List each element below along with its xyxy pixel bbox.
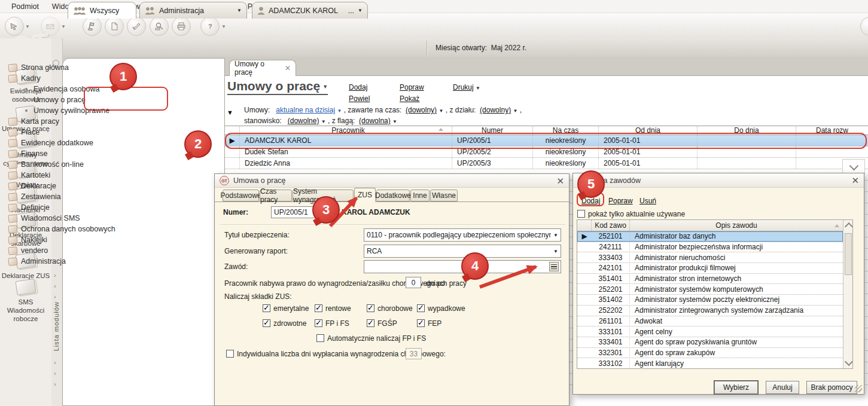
tab-employee-ellipsis[interactable]: ... [348, 7, 354, 15]
tree-item-definicje[interactable]: Definicje [5, 202, 50, 213]
profession-row[interactable]: 333101 Agent celny [577, 326, 843, 337]
module-sms-robocze[interactable]: SMS Wiadomości robocze [0, 280, 51, 323]
tree-item-karta-pracy[interactable]: Karta pracy [5, 116, 59, 127]
profession-row[interactable]: 333401 Agent do spraw pozyskiwania grunt… [577, 337, 843, 348]
menu-podmiot[interactable]: Podmiot [5, 2, 45, 11]
checkbox-auto-fp-fs[interactable] [316, 334, 324, 342]
insurance-select[interactable]: 0110 - pracownik podlegający ubezpieczen… [364, 228, 561, 242]
col-opis-zawodu[interactable]: Opis zawodu [630, 220, 843, 231]
tree-item-umowy-o-prace[interactable]: Umowy o pracę [5, 94, 86, 105]
checkbox-individual-days[interactable] [226, 350, 234, 358]
professions-delete-link[interactable]: Usuń [639, 197, 656, 205]
resize-grip[interactable] [855, 385, 862, 392]
preview-icon[interactable] [150, 17, 169, 36]
strip-chevron-icon[interactable]: › [54, 380, 56, 387]
accept-icon[interactable] [127, 17, 146, 36]
action-pokaz[interactable]: Pokaż [400, 94, 419, 103]
tree-item-deklaracje[interactable]: Deklaracje [5, 181, 56, 191]
tree-item-finanse[interactable]: Finanse [5, 148, 47, 159]
profession-list-button[interactable] [549, 262, 559, 271]
tab-administracja-caret-icon[interactable]: ▼ [237, 8, 242, 13]
wybierz-button[interactable]: Wybierz [714, 381, 758, 394]
close-icon[interactable]: ✕ [556, 176, 564, 185]
checkbox-only-used[interactable] [577, 210, 585, 218]
col-kod-zawodu[interactable]: Kod zawo [592, 220, 630, 231]
filter-stanowisko-value[interactable]: (dowolne) [288, 117, 319, 125]
scroll-thumb[interactable] [845, 233, 852, 275]
contract-dialog-titlebar[interactable]: GT Umowa o pracę ✕ [215, 174, 569, 188]
tree-item-bankowosc[interactable]: Bankowość on-line [5, 159, 84, 170]
action-powiel[interactable]: Powiel [349, 94, 370, 103]
profession-row[interactable]: 252202 Administrator zintegrowanych syst… [577, 306, 843, 316]
new-document-icon[interactable] [105, 17, 124, 36]
checkbox-wypadkowe[interactable] [417, 304, 425, 312]
profession-row[interactable]: 351401 Administrator stron internetowych [577, 274, 843, 285]
profession-row[interactable]: 333403 Administrator nieruchomości [577, 252, 843, 263]
filter-caret-icon[interactable]: ▼ [438, 108, 443, 114]
print-icon[interactable] [172, 17, 191, 36]
filter-flaga-value[interactable]: (dowolna) [359, 117, 391, 125]
filter-caret-icon[interactable]: ▼ [337, 108, 342, 114]
filter-dzial-value[interactable]: (dowolny) [480, 106, 511, 114]
filter-umowy-value[interactable]: aktualne na dzisiaj [276, 106, 335, 114]
tree-item-place[interactable]: Płace [5, 127, 39, 138]
brak-pomocy-button[interactable]: Brak pomocy [806, 381, 857, 394]
tab-czas-pracy[interactable]: Czas pracy [260, 190, 292, 202]
help-caret-icon[interactable]: ▼ [221, 24, 226, 29]
checkbox-fp-fs[interactable] [315, 319, 322, 327]
tree-item-kadry[interactable]: Kadry [5, 73, 41, 84]
tab-employee[interactable]: ADAMCZUK KAROL ... ▼ [252, 2, 368, 19]
profession-row[interactable]: 242111 Administrator bezpieczeństwa info… [577, 242, 843, 253]
checkbox-emerytalne[interactable] [263, 304, 270, 312]
profession-row[interactable]: 333102 Agent klarujący [577, 358, 843, 369]
filter-zawarte-value[interactable]: (dowolny) [406, 106, 437, 114]
checkbox-fgsp[interactable] [367, 319, 374, 327]
close-icon[interactable]: ✕ [851, 176, 859, 185]
strip-chevron-icon[interactable]: › [54, 271, 56, 279]
tree-item-vendero[interactable]: vendero [5, 245, 48, 256]
action-drukuj[interactable]: Drukuj ▼ [453, 83, 480, 91]
tree-item-administracja[interactable]: Administracja [5, 256, 66, 267]
tree-item-ochrona-danych[interactable]: Ochrona danych osobowych [5, 224, 115, 234]
page-title[interactable]: Umowy o pracę▼ [227, 79, 328, 95]
tab-administracja[interactable]: Administracja ▼ [139, 2, 247, 19]
profession-row[interactable]: 351402 Administrator systemów poczty ele… [577, 295, 843, 306]
action-popraw[interactable]: Popraw [400, 83, 424, 91]
nav-back-caret-icon[interactable]: ▼ [25, 24, 30, 29]
help-icon[interactable]: ? [200, 17, 220, 36]
tree-item-zestawienia[interactable]: Zestawienia [5, 191, 61, 202]
tab-wszyscy[interactable]: Wszyscy [68, 2, 136, 19]
tab-zus[interactable]: ZUS [354, 188, 376, 202]
profession-row-selected[interactable]: ▶ 252101 Administrator baz danych [577, 231, 843, 242]
scroll-down-button[interactable] [842, 159, 865, 174]
profession-row[interactable]: 242101 Administrator produkcji filmowej [577, 263, 843, 274]
profession-row[interactable]: 332301 Agent do spraw zakupów [577, 348, 843, 359]
content-tab-umowy-o-prace[interactable]: Umowy o pracę ✕ [229, 60, 296, 76]
professions-dialog-titlebar[interactable]: GT Lista zawodów ✕ [573, 173, 864, 188]
tab-podstawowe[interactable]: Podstawowe [223, 190, 259, 202]
tree-item-kartoteki[interactable]: Kartoteki [5, 170, 50, 181]
profession-row[interactable]: 261101 Adwokat [577, 316, 843, 327]
tab-inne[interactable]: Inne [410, 190, 430, 202]
tree-item-naklejki[interactable]: Naklejki [5, 234, 47, 245]
tree-item-ewidencje-dodatkowe[interactable]: Ewidencje dodatkowe [5, 138, 93, 148]
sick-pay-days-field[interactable]: 0 [406, 277, 421, 288]
strip-chevron-icon[interactable]: › [54, 293, 56, 300]
report-select[interactable]: RCA ▼ [364, 245, 561, 258]
tab-employee-caret-icon[interactable]: ▼ [358, 8, 363, 13]
filter-collapse-icon[interactable]: ▼ [227, 109, 233, 116]
tree-item-wiadomosci-sms[interactable]: Wiadomości SMS [5, 213, 80, 224]
strip-chevron-icon[interactable]: › [54, 370, 56, 377]
filter-caret-icon[interactable]: ▼ [321, 119, 326, 124]
filter-caret-icon[interactable]: ▼ [513, 108, 517, 114]
scroll-down-icon[interactable] [845, 358, 853, 366]
table-row[interactable]: Dziedzic Anna UP/2005/3 nieokreślony 200… [225, 158, 868, 169]
close-icon[interactable]: ✕ [285, 64, 291, 72]
flag-icon[interactable] [83, 17, 102, 36]
strip-chevron-icon[interactable]: › [54, 359, 56, 366]
filter-caret-icon[interactable]: ▼ [392, 119, 397, 124]
strip-chevron-icon[interactable]: › [54, 282, 56, 289]
tab-dodatkowe[interactable]: Dodatkowe [376, 190, 410, 202]
action-dodaj[interactable]: Dodaj [349, 83, 367, 91]
checkbox-fep[interactable] [417, 319, 425, 327]
